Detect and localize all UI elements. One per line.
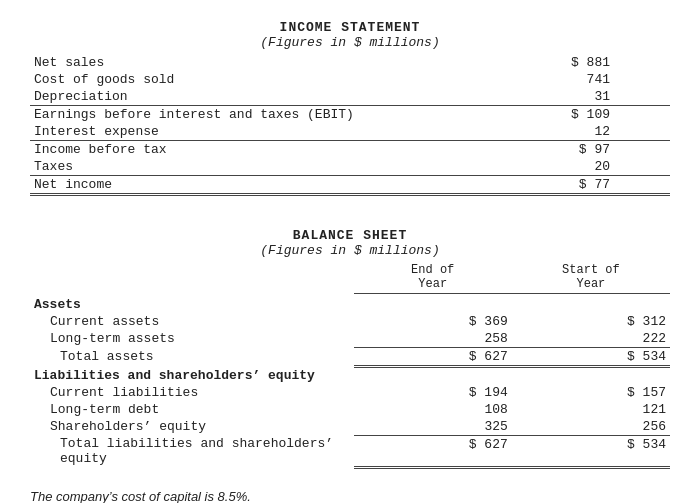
income-statement-section: INCOME STATEMENT (Figures in $ millions)…	[30, 20, 670, 196]
balance-row-label: Liabilities and shareholders’ equity	[30, 367, 354, 384]
spacer-1	[30, 216, 670, 228]
balance-row-end-val: $ 627	[354, 348, 512, 367]
income-row: Interest expense12	[30, 123, 670, 141]
balance-row: Current liabilities$ 194$ 157	[30, 384, 670, 401]
balance-row: Total assets$ 627$ 534	[30, 348, 670, 367]
income-row-label: Net income	[30, 176, 414, 195]
balance-row: Total liabilities and shareholders’ equi…	[30, 435, 670, 467]
income-row-value: 31	[414, 88, 670, 106]
balance-sheet-table: End of Year Start of Year AssetsCurrent …	[30, 262, 670, 469]
income-statement-main-title: INCOME STATEMENT	[30, 20, 670, 35]
income-row-label: Income before tax	[30, 141, 414, 159]
balance-row: Shareholders’ equity325256	[30, 418, 670, 436]
balance-row-start-val: $ 534	[512, 435, 670, 467]
income-row-label: Interest expense	[30, 123, 414, 141]
income-row: Earnings before interest and taxes (EBIT…	[30, 106, 670, 124]
balance-row: Assets	[30, 296, 670, 313]
balance-row-start-val	[512, 367, 670, 384]
income-row-value: $ 881	[414, 54, 670, 71]
balance-row-end-val	[354, 296, 512, 313]
income-row: Depreciation31	[30, 88, 670, 106]
balance-sheet-title-block: BALANCE SHEET (Figures in $ millions)	[30, 228, 670, 258]
income-row-label: Net sales	[30, 54, 414, 71]
income-statement-title-block: INCOME STATEMENT (Figures in $ millions)	[30, 20, 670, 50]
balance-row-label: Assets	[30, 296, 354, 313]
balance-row-start-val: 256	[512, 418, 670, 436]
income-row-label: Taxes	[30, 158, 414, 176]
balance-row-end-val	[354, 367, 512, 384]
income-row-value: 741	[414, 71, 670, 88]
income-row-value: 12	[414, 123, 670, 141]
income-row-label: Earnings before interest and taxes (EBIT…	[30, 106, 414, 124]
balance-row: Liabilities and shareholders’ equity	[30, 367, 670, 384]
income-row: Net income$ 77	[30, 176, 670, 195]
balance-sheet-subtitle: (Figures in $ millions)	[30, 243, 670, 258]
balance-row-start-val: $ 312	[512, 313, 670, 330]
balance-header-end-year: End of Year	[354, 262, 512, 294]
balance-sheet-section: BALANCE SHEET (Figures in $ millions) En…	[30, 228, 670, 469]
balance-row-end-val: 108	[354, 401, 512, 418]
income-row-label: Depreciation	[30, 88, 414, 106]
income-statement-subtitle: (Figures in $ millions)	[30, 35, 670, 50]
income-row-label: Cost of goods sold	[30, 71, 414, 88]
balance-row-start-val: $ 534	[512, 348, 670, 367]
balance-row-label: Total assets	[30, 348, 354, 367]
balance-row: Long-term assets258222	[30, 330, 670, 348]
balance-row-start-val	[512, 296, 670, 313]
balance-row-label: Current liabilities	[30, 384, 354, 401]
income-row-value: $ 77	[414, 176, 670, 195]
income-row-value: 20	[414, 158, 670, 176]
income-row-value: $ 97	[414, 141, 670, 159]
balance-row: Long-term debt108121	[30, 401, 670, 418]
balance-header-label	[30, 262, 354, 294]
balance-row-label: Total liabilities and shareholders’ equi…	[30, 435, 354, 467]
footer-note: The company’s cost of capital is 8.5%.	[30, 489, 670, 504]
balance-header-start-year: Start of Year	[512, 262, 670, 294]
income-row: Net sales$ 881	[30, 54, 670, 71]
balance-row-label: Current assets	[30, 313, 354, 330]
balance-row-start-val: 222	[512, 330, 670, 348]
balance-row-end-val: 325	[354, 418, 512, 436]
balance-sheet-header-row: End of Year Start of Year	[30, 262, 670, 294]
balance-row: Current assets$ 369$ 312	[30, 313, 670, 330]
income-row: Cost of goods sold741	[30, 71, 670, 88]
balance-row-end-val: $ 627	[354, 435, 512, 467]
income-statement-table: Net sales$ 881Cost of goods sold741Depre…	[30, 54, 670, 196]
balance-sheet-main-title: BALANCE SHEET	[30, 228, 670, 243]
balance-row-start-val: $ 157	[512, 384, 670, 401]
income-row: Taxes20	[30, 158, 670, 176]
income-row-value: $ 109	[414, 106, 670, 124]
balance-row-end-val: 258	[354, 330, 512, 348]
balance-row-end-val: $ 194	[354, 384, 512, 401]
balance-row-end-val: $ 369	[354, 313, 512, 330]
balance-row-label: Shareholders’ equity	[30, 418, 354, 436]
balance-row-label: Long-term assets	[30, 330, 354, 348]
balance-row-label: Long-term debt	[30, 401, 354, 418]
income-row: Income before tax$ 97	[30, 141, 670, 159]
balance-row-start-val: 121	[512, 401, 670, 418]
